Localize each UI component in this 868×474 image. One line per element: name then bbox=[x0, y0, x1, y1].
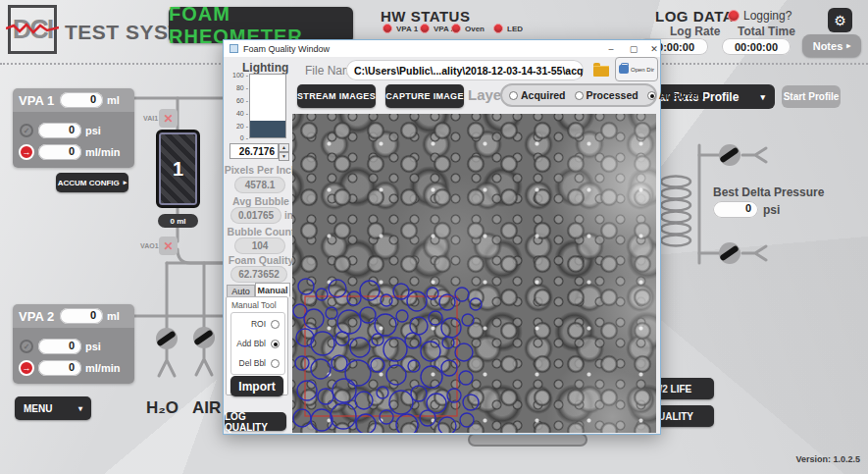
caret-down-icon: ▾ bbox=[760, 92, 765, 102]
vpa2-body: ✓ 0 psi → 0 ml/min bbox=[13, 328, 134, 384]
vpa2-panel: VPA 2 0 ml ✓ 0 psi → 0 ml/min bbox=[13, 304, 134, 384]
add-bbl-radio-icon bbox=[271, 340, 280, 348]
analyzed-radio-icon bbox=[647, 91, 656, 100]
accumulator-volume-badge: 0 ml bbox=[158, 214, 198, 228]
lighting-slider[interactable]: 100 80 60 40 20 0 bbox=[249, 74, 286, 138]
layer-processed[interactable]: Processed bbox=[575, 89, 638, 101]
foam-rheometer-app: DCI TEST SYSTEMS FOAM RHEOMETER HW STATU… bbox=[0, 0, 868, 474]
stream-images-button[interactable]: STREAM IMAGES bbox=[297, 84, 376, 108]
maximize-button[interactable]: ▢ bbox=[624, 44, 643, 54]
avg-bubble-size-value: 0.01765 bbox=[230, 207, 281, 224]
vpa1-flow-input[interactable]: 0 bbox=[38, 144, 81, 160]
led-status-led-icon bbox=[493, 24, 503, 33]
total-time-value: 00:00:00 bbox=[722, 38, 791, 55]
hw-indicator-vpa1: VPA 1 bbox=[383, 24, 418, 33]
version-label: Version: 1.0.2.5 bbox=[795, 454, 860, 464]
processed-radio-icon bbox=[575, 91, 584, 100]
valve-vai1-label: VAI1 bbox=[143, 115, 158, 122]
vpa2-header: VPA 2 0 ml bbox=[13, 304, 134, 328]
dialog-titlebar[interactable]: Foam Quality Window – ▢ ✕ bbox=[224, 40, 660, 57]
radio-add-bbl[interactable]: Add Bbl bbox=[236, 339, 280, 348]
logging-indicator[interactable]: Logging? bbox=[728, 9, 791, 23]
bubble-count-label: Bubble Count bbox=[224, 226, 298, 237]
roi-radio-icon bbox=[271, 320, 280, 329]
valve-vao1-icon[interactable]: ✕ bbox=[159, 237, 178, 255]
capture-image-button[interactable]: CAPTURE IMAGE bbox=[385, 84, 464, 108]
lighting-spinner[interactable]: ▲▼ bbox=[279, 143, 289, 159]
hw-indicator-led: LED bbox=[493, 24, 523, 33]
right-top-valve-icon[interactable] bbox=[719, 144, 740, 166]
notes-button[interactable]: Notes ▸ bbox=[802, 34, 861, 57]
folder-icon bbox=[593, 66, 609, 77]
air-valve-icon[interactable] bbox=[193, 327, 215, 348]
spin-down-icon: ▼ bbox=[279, 152, 289, 161]
vpa2-flow-input[interactable]: 0 bbox=[38, 360, 81, 376]
hw-indicator-oven: Oven bbox=[451, 24, 485, 33]
vpa1-volume-input[interactable]: 0 bbox=[60, 92, 103, 108]
pixels-per-inch-label: Pixels Per Inch bbox=[224, 164, 298, 176]
pixels-per-inch-value: 4578.1 bbox=[234, 177, 285, 193]
vpa2-pressure-input[interactable]: 0 bbox=[38, 339, 81, 354]
oven-status-led-icon bbox=[451, 24, 461, 33]
vpa1-pressure-input[interactable]: 0 bbox=[38, 123, 81, 138]
del-bbl-radio-icon bbox=[271, 359, 280, 368]
import-button[interactable]: Import bbox=[230, 376, 283, 396]
vpa1-status-led-icon bbox=[383, 24, 392, 33]
logging-led-icon bbox=[728, 10, 740, 22]
right-bottom-valve-icon[interactable] bbox=[719, 242, 740, 264]
minimize-button[interactable]: – bbox=[601, 44, 621, 54]
layer-analyzed[interactable]: Analyzed bbox=[647, 89, 704, 101]
vpa2-volume-input[interactable]: 0 bbox=[60, 308, 103, 324]
foam-quality-window: Foam Quality Window – ▢ ✕ Lighting 100 8… bbox=[223, 39, 661, 435]
vpa1-flow-arrow-icon[interactable]: → bbox=[19, 144, 34, 160]
close-button[interactable]: ✕ bbox=[644, 44, 664, 54]
vpa1-pressure-gauge-icon: ✓ bbox=[19, 123, 34, 138]
water-valve-icon[interactable] bbox=[156, 328, 178, 349]
menu-button[interactable]: MENU ▾ bbox=[15, 396, 91, 420]
best-delta-pressure-label: Best Delta Pressure bbox=[713, 185, 824, 199]
foam-quality-label: Foam Quality bbox=[224, 254, 298, 266]
accum-config-button[interactable]: ACCUM CONFIG ▸ bbox=[56, 173, 128, 192]
analysis-overlay bbox=[292, 114, 656, 433]
start-profile-button[interactable]: Start Profile bbox=[782, 85, 841, 108]
foam-image-view[interactable] bbox=[292, 114, 656, 433]
foam-quality-value: 62.73652 bbox=[230, 266, 287, 283]
radio-del-bbl[interactable]: Del Bbl bbox=[239, 358, 280, 368]
log-quality-button[interactable]: LOG QUALITY bbox=[225, 412, 286, 431]
log-rate-label: Log Rate bbox=[670, 25, 720, 38]
vpa1-panel: VPA 1 0 ml ✓ 0 psi → 0 ml/min bbox=[13, 88, 134, 168]
caret-right-icon: ▸ bbox=[124, 179, 128, 186]
browse-folder-button[interactable] bbox=[588, 62, 613, 79]
window-icon bbox=[230, 44, 238, 53]
manual-tool-title: Manual Tool bbox=[231, 300, 277, 310]
file-name-input[interactable]: C:\Users\Public\...ality\2018-12-03-14-3… bbox=[346, 60, 584, 80]
valve-vai1-icon[interactable]: ✕ bbox=[159, 109, 178, 128]
open-dir-button[interactable]: Open Dir bbox=[615, 57, 658, 81]
manual-tool-options: ROI Add Bbl Del Bbl bbox=[230, 312, 285, 375]
caret-right-icon: ▸ bbox=[846, 41, 850, 50]
bubble-count-value: 104 bbox=[234, 237, 285, 254]
gear-icon: ⚙ bbox=[834, 13, 846, 28]
open-dir-icon bbox=[619, 65, 629, 74]
caret-down-icon: ▾ bbox=[78, 404, 82, 413]
air-inlet-label: AIR bbox=[192, 398, 221, 418]
settings-button[interactable]: ⚙ bbox=[828, 8, 852, 32]
vpa1-body: ✓ 0 psi → 0 ml/min bbox=[13, 112, 134, 168]
radio-roi[interactable]: ROI bbox=[251, 319, 280, 329]
log-data-title: LOG DATA bbox=[655, 8, 734, 25]
spin-up-icon: ▲ bbox=[279, 143, 289, 152]
tab-manual[interactable]: Manual bbox=[255, 283, 290, 297]
logo-red-zigzag-icon bbox=[6, 22, 59, 35]
vpa2-status-led-icon bbox=[420, 24, 430, 33]
vpa2-title: VPA 2 bbox=[19, 309, 56, 324]
vpa2-flow-arrow-icon[interactable]: → bbox=[19, 360, 34, 376]
accumulator-1: 1 bbox=[156, 130, 200, 208]
app-title: FOAM RHEOMETER bbox=[169, 7, 353, 43]
water-inlet-label: H₂O bbox=[146, 398, 179, 418]
lighting-value-input[interactable]: 26.7176 bbox=[230, 143, 279, 159]
partially-hidden-button bbox=[468, 433, 587, 447]
lighting-slider-fill bbox=[250, 121, 285, 137]
layer-acquired[interactable]: Acquired bbox=[509, 89, 566, 101]
lighting-label: Lighting bbox=[242, 61, 288, 75]
hw-indicator-vpa2: VPA 2 bbox=[420, 24, 455, 33]
